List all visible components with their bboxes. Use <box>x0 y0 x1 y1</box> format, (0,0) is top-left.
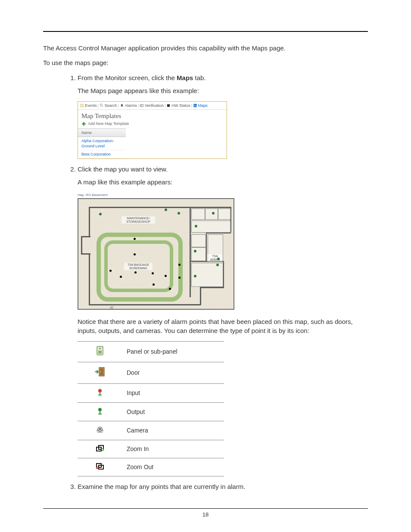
input-label: Input <box>122 383 224 402</box>
zoom-icon <box>109 306 115 310</box>
step-1-text-c: tab. <box>193 74 206 81</box>
step-1-bold: Maps <box>177 74 193 81</box>
maps-page-screenshot: Events | Search | Alarms | Ve <box>78 101 227 159</box>
svg-point-25 <box>99 428 101 430</box>
separator: | <box>138 103 139 108</box>
door-label: Door <box>122 362 224 383</box>
maps-icon <box>193 103 197 108</box>
label-screening: TSA BAGGAGE SCREENING <box>124 263 153 270</box>
svg-point-20 <box>98 408 102 411</box>
step-2-text: Click the map you want to view. <box>78 165 168 173</box>
table-row: Zoom Out <box>78 458 224 476</box>
tab-events-label: Events <box>85 103 97 108</box>
tab-search[interactable]: Search <box>100 103 117 108</box>
label-admin: TSA ADMIN <box>208 254 222 261</box>
step-3: Examine the map for any points that are … <box>78 482 368 491</box>
separator: | <box>98 103 99 108</box>
tab-verification[interactable]: Verification <box>140 103 164 108</box>
door-icon <box>94 367 106 379</box>
svg-point-1 <box>100 104 102 106</box>
add-template-link[interactable]: Add New Map Template <box>81 121 223 126</box>
tab-search-label: Search <box>105 103 117 108</box>
map-row-alpha[interactable]: Alpha Corporation-Ground Level <box>78 137 126 150</box>
zoom-in-label: Zoom In <box>122 440 224 458</box>
column-header-name[interactable]: Name <box>78 128 126 137</box>
table-row: Zoom In <box>78 440 224 458</box>
hardware-icon <box>166 103 171 108</box>
tab-alarms-label: Alarms <box>125 103 137 108</box>
output-icon <box>96 407 104 417</box>
page-number: 18 <box>202 511 209 518</box>
tab-events[interactable]: Events <box>80 103 97 108</box>
intro-paragraph-2: To use the maps page: <box>43 59 368 67</box>
step-1-text-a: From the Monitor screen, click the <box>78 74 177 81</box>
tab-maps[interactable]: Maps <box>193 103 208 108</box>
table-row: Panel or sub-panel <box>78 341 224 362</box>
clock-icon <box>80 103 84 108</box>
svg-point-17 <box>98 389 102 392</box>
step-2-sub: A map like this example appears: <box>78 178 368 187</box>
step-3-text: Examine the map for any points that are … <box>78 483 245 490</box>
map-view-screenshot: Hap. RO Basement <box>78 193 233 310</box>
top-rule <box>43 31 368 32</box>
step-2-notice: Notice that there are a variety of alarm… <box>78 317 368 335</box>
map-row-beta[interactable]: Beta Corporation <box>78 150 126 159</box>
tab-alarms[interactable]: Alarms <box>120 103 137 108</box>
tab-hwstatus[interactable]: HW Status <box>166 103 190 108</box>
panel-label: Panel or sub-panel <box>122 341 224 362</box>
svg-point-13 <box>99 348 101 349</box>
input-icon <box>96 388 104 398</box>
separator: | <box>165 103 165 108</box>
camera-label: Camera <box>122 421 224 440</box>
floor-plan: MAINTENANCE/ STORAGE/SHOP TSA BAGGAGE SC… <box>78 198 234 310</box>
page-footer: 18 <box>43 508 368 518</box>
svg-rect-12 <box>98 351 102 354</box>
map-breadcrumb: Hap. RO Basement <box>78 193 233 198</box>
svg-rect-5 <box>167 104 170 107</box>
table-row: Camera <box>78 421 224 440</box>
intro-paragraph-1: The Access Control Manager application p… <box>43 44 368 53</box>
plus-icon <box>81 121 86 126</box>
svg-point-4 <box>141 105 142 106</box>
panel-icon <box>96 346 104 358</box>
tab-maps-label: Maps <box>198 103 208 108</box>
monitor-tabs: Events | Search | Alarms | Ve <box>78 102 227 110</box>
svg-rect-19 <box>98 395 102 395</box>
map-templates-heading: Map Templates <box>81 112 223 120</box>
zoom-in-icon <box>96 445 104 454</box>
separator: | <box>118 103 118 108</box>
search-icon <box>100 103 104 108</box>
tab-verification-label: Verification <box>145 103 164 108</box>
svg-line-2 <box>102 106 103 107</box>
id-icon <box>140 103 144 108</box>
svg-rect-3 <box>140 105 143 107</box>
svg-rect-22 <box>98 414 102 414</box>
separator: | <box>191 103 192 108</box>
icon-legend-table: Panel or sub-panel Door <box>78 341 224 476</box>
tab-hwstatus-label: HW Status <box>171 103 190 108</box>
label-maintenance: MAINTENANCE/ STORAGE/SHOP <box>121 216 155 224</box>
zoom-out-label: Zoom Out <box>122 458 224 476</box>
output-label: Output <box>122 402 224 421</box>
bell-icon <box>120 103 124 108</box>
table-row: Input <box>78 383 224 402</box>
step-1-sub: The Maps page appears like this example: <box>78 87 368 95</box>
svg-point-16 <box>100 371 101 372</box>
add-template-label: Add New Map Template <box>88 121 129 126</box>
step-1: From the Monitor screen, click the Maps … <box>78 74 368 159</box>
step-2: Click the map you want to view. A map li… <box>78 165 368 476</box>
camera-icon <box>96 426 104 436</box>
table-row: Output <box>78 402 224 421</box>
svg-rect-8 <box>82 123 85 124</box>
table-row: Door <box>78 362 224 383</box>
zoom-out-icon <box>96 463 104 472</box>
